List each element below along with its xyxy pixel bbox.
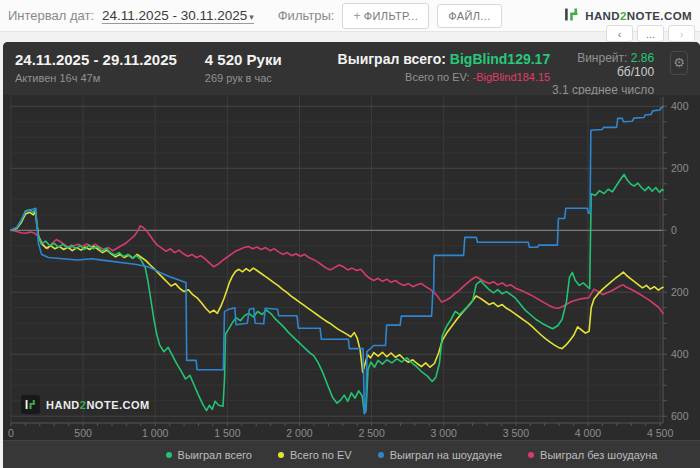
- legend-item-total[interactable]: Выиграл всего: [166, 449, 252, 461]
- won-label: Выиграл всего:: [338, 51, 446, 67]
- watermark: HAND2NOTE.COM: [21, 395, 150, 414]
- winrate-label: Винрейт:: [577, 51, 627, 65]
- date-range-dropdown[interactable]: 24.11.2025 - 30.11.2025▾: [102, 8, 254, 24]
- svg-text:0: 0: [671, 224, 677, 236]
- next-page-button[interactable]: ›: [668, 25, 695, 42]
- svg-text:3 000: 3 000: [431, 427, 457, 439]
- stats-header: 24.11.2025 - 29.11.2025 Активен 16ч 47м …: [3, 42, 700, 95]
- chevron-down-icon: ▾: [249, 12, 254, 22]
- hands-stat: 4 520 Руки 269 рук в час: [205, 51, 282, 84]
- plus-icon: +: [353, 9, 360, 23]
- legend-label-no_showdown: Выиграл без шоудауна: [540, 449, 657, 461]
- x-axis-labels: 05001 0001 5002 0002 5003 0003 5004 0004…: [8, 427, 673, 439]
- date-range-stat: 24.11.2025 - 29.11.2025 Активен 16ч 47м: [15, 51, 177, 84]
- svg-text:500: 500: [74, 427, 92, 439]
- svg-text:1 000: 1 000: [142, 427, 168, 439]
- hands-count: 4 520 Руки: [205, 51, 282, 68]
- interval-label: Интервал дат:: [8, 8, 94, 23]
- svg-text:400: 400: [671, 100, 689, 112]
- won-value: BigBlind129.17: [450, 51, 550, 67]
- date-range-value: 24.11.2025 - 29.11.2025: [15, 51, 177, 68]
- winnings-stat: Выиграл всего: BigBlind129.17 Всего по E…: [338, 51, 551, 83]
- legend-item-no_showdown[interactable]: Выиграл без шоудауна: [528, 449, 657, 461]
- ev-value: -BigBlind184.15: [473, 71, 551, 83]
- x-axis: [11, 423, 663, 426]
- pager-controls: ‹ ... ›: [606, 25, 695, 42]
- active-time: Активен 16ч 47м: [15, 72, 177, 84]
- add-filter-button[interactable]: +ФИЛЬТР...: [342, 3, 429, 29]
- file-filter-button[interactable]: ФАЙЛ...: [437, 4, 502, 28]
- hand2note-logo-icon: [563, 6, 580, 25]
- svg-text:600: 600: [671, 410, 689, 422]
- ev-label: Всего по EV:: [405, 71, 469, 83]
- legend-item-showdown[interactable]: Выиграл на шоудауне: [378, 449, 502, 461]
- svg-text:3 500: 3 500: [503, 427, 529, 439]
- chart-legend: Выиграл всегоВсего по EVВыиграл на шоуда…: [3, 440, 700, 468]
- svg-text:4 500: 4 500: [647, 427, 673, 439]
- top-toolbar: Интервал дат: 24.11.2025 - 30.11.2025▾ Ф…: [0, 0, 700, 32]
- grid-vertical-lines: [11, 97, 660, 423]
- series-line-no_showdown: [11, 226, 663, 313]
- legend-label-total: Выиграл всего: [178, 449, 252, 461]
- svg-text:400: 400: [671, 348, 689, 360]
- filters-label: Фильтры:: [278, 8, 335, 23]
- prev-page-button[interactable]: ‹: [606, 25, 633, 42]
- legend-dot-total: [166, 452, 172, 458]
- report-panel: 24.11.2025 - 29.11.2025 Активен 16ч 47м …: [3, 42, 700, 468]
- legend-dot-no_showdown: [528, 452, 534, 458]
- winrate-units: бб/100: [617, 65, 654, 79]
- y-axis-labels: 4002000200400600: [671, 100, 689, 422]
- watermark-text: HAND2NOTE.COM: [46, 399, 150, 411]
- chart-svg: 400200020040060005001 0001 5002 0002 500…: [3, 95, 700, 440]
- gear-icon[interactable]: ⚙: [670, 51, 688, 75]
- svg-text:200: 200: [671, 162, 689, 174]
- y-axis: [663, 97, 667, 423]
- hand2note-logo: HAND2NOTE.COM: [563, 6, 692, 25]
- more-pages-button[interactable]: ...: [637, 25, 664, 42]
- hand2note-watermark-icon: [21, 395, 40, 414]
- svg-text:4 000: 4 000: [575, 427, 601, 439]
- svg-text:0: 0: [8, 427, 14, 439]
- svg-text:2 500: 2 500: [358, 427, 384, 439]
- legend-label-showdown: Выиграл на шоудауне: [390, 449, 502, 461]
- winrate-value: 2.86: [631, 51, 654, 65]
- hands-per-hour: 269 рук в час: [205, 72, 282, 84]
- legend-item-ev[interactable]: Всего по EV: [278, 449, 352, 461]
- legend-label-ev: Всего по EV: [290, 449, 352, 461]
- svg-text:2 000: 2 000: [286, 427, 312, 439]
- legend-dot-showdown: [378, 452, 384, 458]
- winnings-chart: 400200020040060005001 0001 5002 0002 500…: [3, 95, 700, 440]
- legend-dot-ev: [278, 452, 284, 458]
- svg-text:200: 200: [671, 286, 689, 298]
- svg-text:1 500: 1 500: [214, 427, 240, 439]
